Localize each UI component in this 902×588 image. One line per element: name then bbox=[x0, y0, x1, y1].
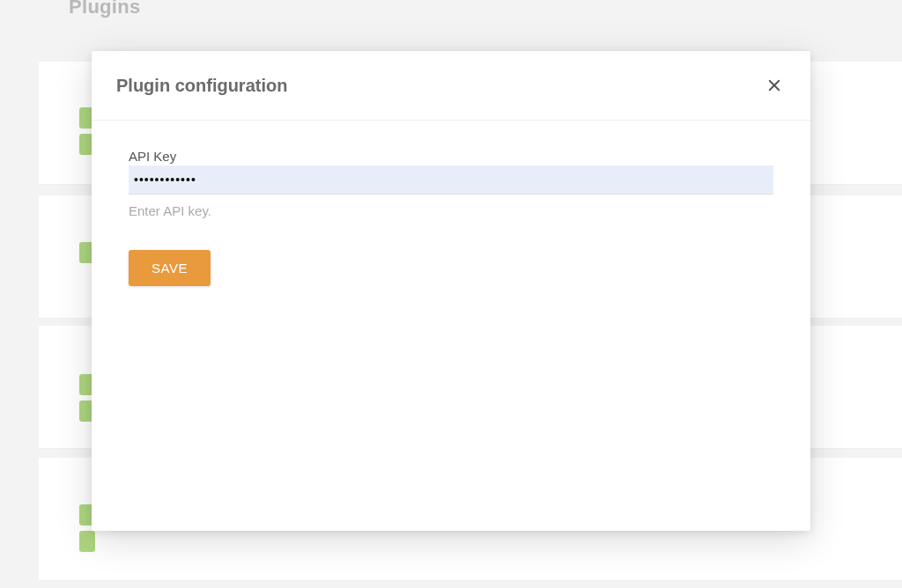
api-key-label: API Key bbox=[129, 149, 773, 164]
modal-title: Plugin configuration bbox=[116, 76, 287, 96]
modal-overlay: Plugin configuration API Key Enter API k… bbox=[0, 0, 902, 588]
api-key-field-group: API Key Enter API key. bbox=[129, 149, 773, 218]
api-key-hint: Enter API key. bbox=[129, 203, 773, 218]
api-key-input[interactable] bbox=[129, 165, 773, 195]
modal-body: API Key Enter API key. SAVE bbox=[92, 121, 810, 531]
close-button[interactable] bbox=[763, 74, 786, 97]
plugin-config-modal: Plugin configuration API Key Enter API k… bbox=[92, 51, 810, 531]
save-button[interactable]: SAVE bbox=[129, 250, 211, 286]
close-icon bbox=[766, 77, 782, 93]
modal-header: Plugin configuration bbox=[92, 51, 810, 121]
